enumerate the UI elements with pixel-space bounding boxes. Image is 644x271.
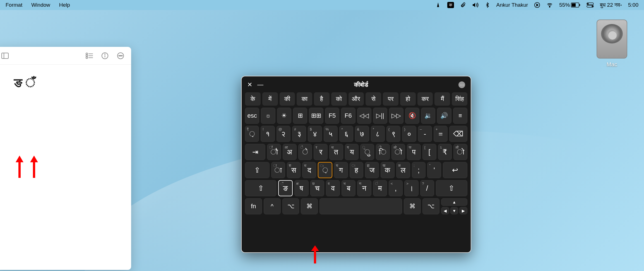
minimize-icon[interactable]: — (257, 81, 263, 88)
key-num-3[interactable]: #३ (292, 126, 306, 142)
key-z-1[interactable]: ँङ (278, 180, 293, 196)
key-mission-control[interactable]: ⊞ (293, 108, 307, 124)
key-num-2[interactable]: @२ (277, 126, 290, 142)
key-command-right[interactable]: ⌘ (404, 198, 421, 214)
suggestion-8[interactable]: पर (383, 92, 398, 106)
volume-icon[interactable] (472, 2, 479, 8)
desktop-drive[interactable]: Mac (595, 20, 629, 68)
key-a-7[interactable]: झज (365, 162, 379, 178)
suggestion-7[interactable]: से (366, 92, 381, 106)
close-icon[interactable]: ✕ (247, 81, 252, 88)
key-arrow-right[interactable]: ▶ (459, 207, 467, 214)
key-num-5[interactable]: %५ (324, 126, 338, 142)
key-a-8[interactable]: खक (381, 162, 395, 178)
key-a-5[interactable]: घग (334, 162, 348, 178)
suggestion-4[interactable]: है (314, 92, 330, 106)
key-q-0[interactable]: ⇥ (245, 144, 265, 160)
keyboard-options-icon[interactable]: ⋯ (458, 81, 465, 88)
menu-window[interactable]: Window (31, 2, 50, 8)
key-q-13[interactable]: औो (453, 144, 467, 160)
key-q-12[interactable]: ऽ₹ (438, 144, 452, 160)
suggestion-6[interactable]: और (349, 92, 364, 106)
key-z-10[interactable]: ?/ (420, 180, 434, 196)
info-icon[interactable] (101, 52, 109, 60)
key-brightness-up[interactable]: ☀ (277, 108, 291, 124)
key-num-10[interactable]: )० (402, 126, 416, 142)
toggle-icon[interactable] (587, 3, 594, 8)
menu-format[interactable]: Format (6, 2, 22, 8)
suggestion-0[interactable]: के (245, 92, 261, 106)
playback-icon[interactable] (534, 2, 540, 8)
key-fn[interactable]: fn (245, 198, 262, 214)
suggestion-12[interactable]: सिंह (452, 92, 467, 106)
key-q-5[interactable]: थत (329, 144, 343, 160)
key-z-4[interactable]: वव (326, 180, 340, 196)
key-z-9[interactable]: >। (404, 180, 418, 196)
key-a-3[interactable]: धद (302, 162, 316, 178)
key-q-7[interactable]: ूु (360, 144, 374, 160)
bluetooth-icon[interactable] (485, 2, 490, 8)
key-a-2[interactable]: शस (287, 162, 301, 178)
key-z-11[interactable]: ⇧ (436, 180, 467, 196)
key-num-13[interactable]: ⌫ (449, 126, 467, 142)
suggestion-1[interactable]: में (262, 92, 278, 106)
key-num-8[interactable]: *८ (371, 126, 385, 142)
key-arrow-down[interactable]: ▼ (450, 207, 458, 214)
more-icon[interactable] (117, 52, 124, 60)
key-num-0[interactable]: ऍ़ (245, 126, 259, 142)
key-arrow-left[interactable]: ◀ (441, 207, 449, 214)
suggestion-2[interactable]: की (280, 92, 295, 106)
key-option-left[interactable]: ⌥ (282, 198, 299, 214)
key-command-left[interactable]: ⌘ (301, 198, 318, 214)
paperclip-icon[interactable] (460, 2, 466, 8)
key-q-4[interactable]: रर (314, 144, 328, 160)
key-z-5[interactable]: भब (342, 180, 355, 196)
key-q-6[interactable]: यय (345, 144, 359, 160)
battery-indicator[interactable]: 55% (559, 2, 580, 8)
menu-help[interactable]: Help (59, 2, 70, 8)
key-z-7[interactable]: ंम (373, 180, 387, 196)
suggestion-11[interactable]: मैं (434, 92, 450, 106)
key-f5[interactable]: F5 (325, 108, 339, 124)
key-a-11[interactable]: "' (427, 162, 441, 178)
key-a-4[interactable]: ः़ (318, 162, 332, 178)
key-q-8[interactable]: ीि (376, 144, 390, 160)
key-rewind[interactable]: ◁◁ (357, 108, 371, 124)
key-volume-up[interactable]: 🔊 (437, 108, 451, 124)
suggestion-9[interactable]: हो (400, 92, 416, 106)
user-name[interactable]: Ankur Thakur (496, 2, 528, 8)
suggestion-3[interactable]: का (297, 92, 312, 106)
key-num-6[interactable]: ^६ (339, 126, 353, 142)
sidebar-toggle-icon[interactable] (1, 52, 9, 60)
key-esc[interactable]: esc (245, 108, 259, 124)
key-volume-down[interactable]: 🔉 (421, 108, 435, 124)
key-a-1[interactable]: ाा (271, 162, 285, 178)
key-z-6[interactable]: णन (357, 180, 371, 196)
key-control[interactable]: ^ (264, 198, 281, 214)
key-q-10[interactable]: फप (407, 144, 421, 160)
key-z-3[interactable]: छच (310, 180, 324, 196)
key-q-2[interactable]: आअ (283, 144, 297, 160)
key-q-11[interactable]: [[ (422, 144, 436, 160)
key-a-6[interactable]: ःह (350, 162, 364, 178)
key-q-9[interactable]: ओो (391, 144, 405, 160)
key-option-right[interactable]: ⌥ (422, 198, 439, 214)
key-a-9[interactable]: ळल (396, 162, 410, 178)
key-a-0[interactable]: ⇪ (245, 162, 270, 178)
key-a-10[interactable]: :; (412, 162, 426, 178)
key-z-0[interactable]: ⇧ (245, 180, 277, 196)
vlc-icon[interactable] (435, 2, 441, 8)
key-z-8[interactable]: <, (389, 180, 403, 196)
key-forward[interactable]: ▷▷ (389, 108, 403, 124)
key-list[interactable]: ≡ (453, 108, 467, 124)
key-q-1[interactable]: ॉौ (267, 144, 281, 160)
key-launchpad[interactable]: ⊞⊞ (309, 108, 323, 124)
key-arrow-up[interactable]: ▲ (441, 198, 467, 206)
key-num-11[interactable]: –- (418, 126, 432, 142)
key-num-1[interactable]: !१ (261, 126, 275, 142)
key-playpause[interactable]: ▷|| (373, 108, 387, 124)
key-a-12[interactable]: ↩ (443, 162, 467, 178)
time-label[interactable]: 5:00 (628, 2, 638, 8)
key-q-3[interactable]: ैे (298, 144, 312, 160)
date-label[interactable]: बुध 22 नव॰ (600, 2, 622, 8)
